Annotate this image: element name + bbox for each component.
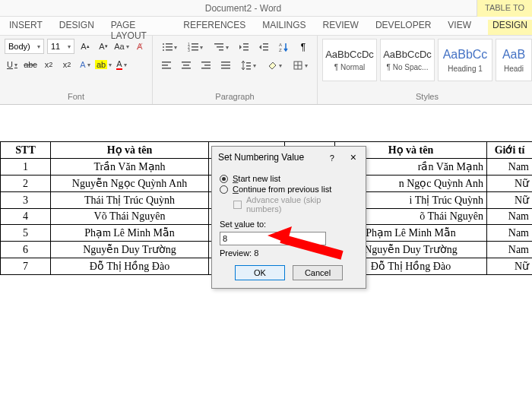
cell-name[interactable]: Nguyễn Ngọc Quỳnh Anh	[51, 176, 209, 192]
cell-gen2[interactable]: Nam	[487, 225, 533, 242]
window-title: Document2 - Word	[0, 3, 486, 14]
cell-name[interactable]: Võ Thái Nguyên	[51, 209, 209, 225]
font-size-combo[interactable]: 11▾	[47, 39, 74, 54]
header-stt: STT	[1, 142, 51, 159]
dialog-help-icon[interactable]: ?	[330, 153, 334, 163]
style-heading2[interactable]: AaBHeadi	[496, 39, 532, 81]
tab-design[interactable]: DESIGN	[59, 20, 94, 35]
cell-name[interactable]: Trần Văn Mạnh	[51, 159, 209, 176]
svg-rect-29	[201, 62, 211, 63]
cancel-button[interactable]: Cancel	[293, 265, 343, 280]
borders-icon[interactable]: ▾	[288, 57, 312, 74]
svg-rect-35	[246, 62, 251, 64]
font-name-combo[interactable]: Body)▾	[5, 39, 44, 54]
align-right-icon[interactable]	[197, 57, 215, 74]
tab-insert[interactable]: INSERT	[9, 20, 43, 35]
superscript-icon[interactable]: x2	[59, 57, 74, 72]
cell-stt[interactable]: 1	[1, 159, 51, 176]
style-normal[interactable]: AaBbCcDc¶ Normal	[322, 39, 377, 81]
group-font-label: Font	[5, 90, 147, 103]
svg-rect-30	[204, 65, 211, 66]
svg-rect-9	[192, 46, 198, 48]
dialog-close-icon[interactable]: ×	[347, 151, 359, 163]
cell-gen2[interactable]: Nam	[487, 159, 533, 176]
table-tools-tab[interactable]: TABLE TO	[477, 0, 532, 17]
cell-name[interactable]: Nguyễn Duy Trường	[51, 242, 209, 258]
header-gender2: Giới tí	[487, 142, 533, 159]
tab-review[interactable]: REVIEW	[323, 20, 359, 35]
cell-stt[interactable]: 2	[1, 176, 51, 192]
group-paragraph: ▾ 123▾ ▾ AZ ¶ ▾ ▾ ▾ Paragraph	[153, 36, 318, 104]
svg-rect-23	[162, 62, 171, 63]
svg-text:Z: Z	[279, 48, 282, 52]
numbering-icon[interactable]: 123▾	[183, 39, 207, 55]
align-center-icon[interactable]	[177, 57, 195, 74]
tab-table-design[interactable]: DESIGN	[488, 20, 532, 35]
radio-dot-icon	[220, 175, 228, 183]
tab-mailings[interactable]: MAILINGS	[262, 20, 306, 35]
cell-gen2[interactable]: Nữ	[487, 176, 533, 192]
cell-stt[interactable]: 3	[1, 192, 51, 209]
svg-text:A: A	[279, 43, 282, 47]
justify-icon[interactable]	[217, 57, 235, 74]
line-spacing-icon[interactable]: ▾	[236, 57, 261, 74]
tab-page-layout[interactable]: PAGE LAYOUT	[111, 20, 166, 35]
cell-gen2[interactable]: Nam	[487, 209, 533, 225]
align-left-icon[interactable]	[157, 57, 176, 74]
radio-circle-icon	[220, 185, 228, 194]
subscript-icon[interactable]: x2	[41, 57, 56, 72]
svg-rect-20	[263, 49, 268, 51]
checkbox-icon	[233, 201, 242, 209]
sort-icon[interactable]: AZ	[274, 39, 293, 55]
cell-gen2[interactable]: Nữ	[487, 192, 533, 209]
cell-gen2[interactable]: Nam	[487, 242, 533, 258]
svg-rect-24	[162, 65, 168, 66]
strike-icon[interactable]: abc	[23, 57, 38, 72]
cell-name[interactable]: Phạm Lê Minh Mẫn	[51, 225, 209, 242]
cell-gen2[interactable]: Nữ	[487, 258, 533, 275]
radio-start-new-label: tart new list	[238, 174, 280, 183]
radio-start-new[interactable]: Start new list	[220, 174, 358, 183]
cell-name[interactable]: Thái Thị Trúc Quỳnh	[51, 192, 209, 209]
multilevel-icon[interactable]: ▾	[209, 39, 233, 55]
font-color-icon[interactable]: A▾	[114, 57, 129, 72]
svg-rect-3	[166, 46, 173, 48]
cell-name[interactable]: Đỗ Thị Hồng Đào	[51, 258, 209, 275]
cell-stt[interactable]: 4	[1, 209, 51, 225]
svg-rect-32	[221, 62, 230, 63]
style-heading1[interactable]: AaBbCcHeading 1	[438, 39, 492, 81]
show-hide-icon[interactable]: ¶	[294, 39, 312, 55]
svg-rect-15	[243, 43, 249, 45]
check-advance-label: Advance value (skip numbers)	[246, 195, 358, 213]
tab-view[interactable]: VIEW	[448, 20, 471, 35]
tab-developer[interactable]: DEVELOPER	[375, 20, 431, 35]
svg-rect-7	[192, 43, 198, 45]
style-nospacing[interactable]: AaBbCcDc¶ No Spac...	[380, 39, 435, 81]
underline-icon[interactable]: U▾	[5, 57, 20, 72]
cell-stt[interactable]: 5	[1, 225, 51, 242]
shading-icon[interactable]: ▾	[262, 57, 287, 74]
decrease-indent-icon[interactable]	[235, 39, 253, 55]
shrink-font-icon[interactable]: A▾	[96, 39, 111, 54]
svg-rect-14	[219, 49, 223, 51]
svg-rect-12	[214, 43, 223, 45]
cell-stt[interactable]: 7	[1, 258, 51, 275]
grow-font-icon[interactable]: A▴	[78, 39, 93, 54]
radio-continue[interactable]: Continue from previous list	[220, 185, 358, 194]
highlight-icon[interactable]: ab▾	[96, 57, 111, 72]
svg-rect-5	[166, 49, 173, 51]
change-case-icon[interactable]: Aa▾	[114, 39, 129, 54]
svg-text:3: 3	[188, 48, 190, 52]
increase-indent-icon[interactable]	[255, 39, 273, 55]
group-paragraph-label: Paragraph	[157, 90, 312, 103]
bullets-icon[interactable]: ▾	[157, 39, 182, 55]
ok-button[interactable]: OK	[235, 265, 285, 280]
cell-stt[interactable]: 6	[1, 242, 51, 258]
text-effects-icon[interactable]: A▾	[78, 57, 93, 72]
svg-rect-13	[217, 46, 223, 48]
svg-rect-27	[183, 65, 189, 66]
set-value-input[interactable]	[220, 232, 326, 245]
tab-references[interactable]: REFERENCES	[183, 20, 245, 35]
clear-format-icon[interactable]: A̸	[132, 39, 147, 54]
svg-rect-26	[182, 62, 191, 63]
